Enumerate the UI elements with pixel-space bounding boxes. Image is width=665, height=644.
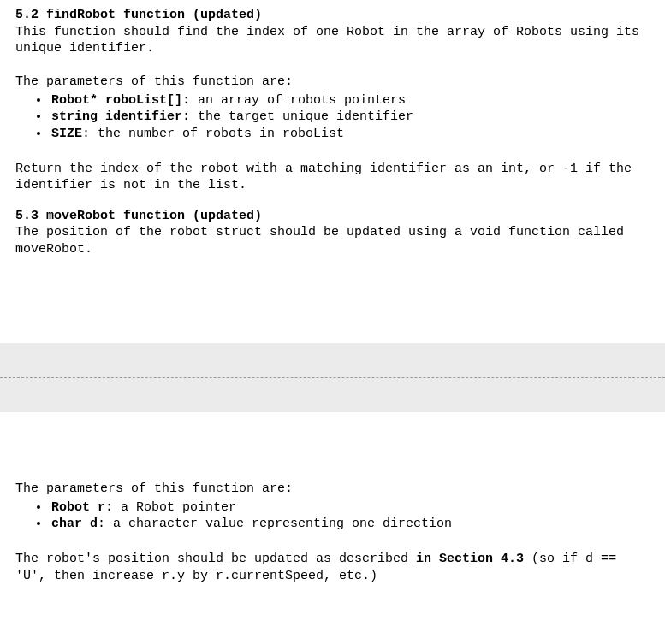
section-heading: 5.3 moveRobot function (updated) (15, 208, 650, 225)
list-item: string identifier: the target unique ide… (50, 109, 650, 126)
param-name: string identifier (51, 109, 182, 124)
lower-content: The parameters of this function are: Rob… (0, 412, 665, 594)
closing-bold: in Section 4.3 (416, 552, 524, 566)
list-item: SIZE: the number of robots in roboList (50, 126, 650, 143)
page-break-line (0, 377, 665, 378)
param-desc: : the target unique identifier (182, 109, 413, 124)
page-break-band (0, 343, 665, 412)
params-lead: The parameters of this function are: (15, 74, 650, 91)
param-name: char d (51, 517, 98, 531)
param-name: Robot r (51, 500, 105, 515)
list-item: char d: a character value representing o… (50, 516, 650, 533)
document-page: 5.2 findRobot function (updated) This fu… (0, 0, 665, 594)
closing-pre: The robot's position should be updated a… (15, 552, 416, 566)
section-5-2: 5.2 findRobot function (updated) This fu… (15, 7, 650, 194)
return-desc: Return the index of the robot with a mat… (15, 161, 650, 194)
section-5-3-top: 5.3 moveRobot function (updated) The pos… (15, 208, 650, 258)
param-list: Robot* roboList[]: an array of robots po… (15, 92, 650, 143)
section-intro: The position of the robot struct should … (15, 224, 650, 257)
list-item: Robot r: a Robot pointer (50, 499, 650, 517)
param-desc: : a Robot pointer (105, 500, 236, 515)
param-list: Robot r: a Robot pointer char d: a chara… (15, 499, 650, 533)
upper-content: 5.2 findRobot function (updated) This fu… (0, 0, 665, 257)
section-intro: This function should find the index of o… (15, 24, 650, 57)
param-name: Robot* roboList[] (51, 93, 182, 108)
section-heading: 5.2 findRobot function (updated) (15, 7, 650, 24)
params-lead: The parameters of this function are: (15, 481, 650, 498)
list-item: Robot* roboList[]: an array of robots po… (50, 92, 650, 109)
param-desc: : an array of robots pointers (182, 93, 406, 108)
closing-line: The robot's position should be updated a… (15, 551, 650, 584)
param-name: SIZE (51, 127, 82, 141)
page-break (0, 343, 665, 412)
param-desc: : the number of robots in roboList (82, 127, 344, 141)
param-desc: : a character value representing one dir… (98, 517, 452, 531)
